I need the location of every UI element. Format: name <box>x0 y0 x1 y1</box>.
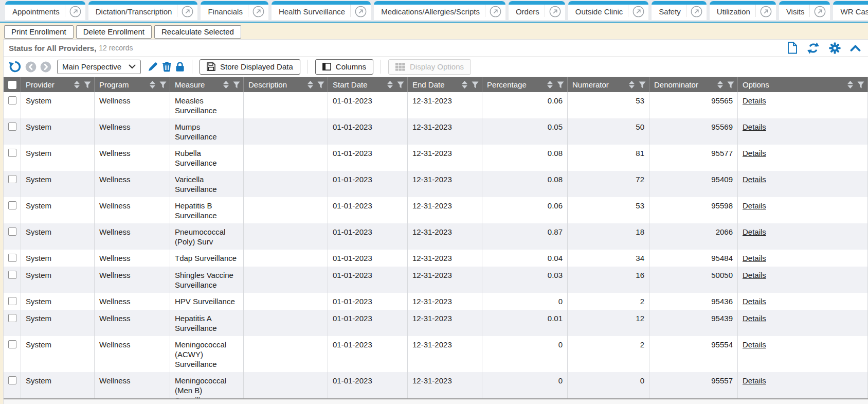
details-link[interactable]: Details <box>743 340 766 349</box>
column-header-program[interactable]: Program <box>95 77 170 92</box>
row-checkbox[interactable] <box>8 314 16 322</box>
row-checkbox[interactable] <box>8 149 16 157</box>
popout-icon[interactable] <box>632 6 644 17</box>
print-enrollment-button[interactable]: Print Enrollment <box>4 25 74 39</box>
cell-options: Details <box>738 171 868 197</box>
popout-icon[interactable] <box>69 6 81 17</box>
tab-visits[interactable]: Visits <box>779 1 830 20</box>
tab-financials[interactable]: Financials <box>201 1 268 20</box>
collapse-icon[interactable] <box>850 44 861 52</box>
gear-icon[interactable] <box>829 42 841 54</box>
columns-button[interactable]: Columns <box>315 59 373 75</box>
column-header-label: Denominator <box>654 80 715 89</box>
details-link[interactable]: Details <box>743 122 766 131</box>
filter-icon[interactable] <box>233 81 240 89</box>
row-checkbox[interactable] <box>8 175 16 183</box>
row-checkbox[interactable] <box>8 96 16 104</box>
trash-icon[interactable] <box>162 61 172 72</box>
tab-health-surveillance[interactable]: Health Surveillance <box>272 1 371 20</box>
sort-icon[interactable] <box>387 81 393 89</box>
filter-icon[interactable] <box>84 81 91 89</box>
details-link[interactable]: Details <box>743 96 766 105</box>
sort-icon[interactable] <box>462 81 467 89</box>
nav-forward-icon[interactable] <box>40 61 51 73</box>
details-link[interactable]: Details <box>743 149 766 157</box>
popout-icon[interactable] <box>252 6 264 17</box>
column-header-provider[interactable]: Provider <box>21 77 95 92</box>
sort-icon[interactable] <box>74 81 80 89</box>
popout-icon[interactable] <box>814 6 826 17</box>
details-link[interactable]: Details <box>743 314 766 323</box>
tab-dictation-transcription[interactable]: Dictation/Transcription <box>88 1 198 20</box>
row-checkbox[interactable] <box>8 376 16 384</box>
popout-icon[interactable] <box>490 6 501 17</box>
details-link[interactable]: Details <box>743 254 766 262</box>
column-header-end-date[interactable]: End Date <box>408 77 482 92</box>
row-checkbox[interactable] <box>8 122 16 131</box>
cell-select <box>4 223 21 250</box>
horizontal-scrollbar[interactable] <box>4 398 868 404</box>
details-link[interactable]: Details <box>743 201 766 210</box>
filter-icon[interactable] <box>727 81 734 89</box>
column-header-options[interactable]: Options <box>738 77 868 92</box>
filter-icon[interactable] <box>472 81 479 89</box>
sort-icon[interactable] <box>547 81 553 89</box>
lock-icon[interactable] <box>175 61 185 72</box>
edit-pencil-icon[interactable] <box>148 61 158 72</box>
tab-appointments[interactable]: Appointments <box>5 1 85 20</box>
column-header-denominator[interactable]: Denominator <box>649 77 738 92</box>
filter-icon[interactable] <box>639 81 646 89</box>
sort-icon[interactable] <box>223 81 229 89</box>
details-link[interactable]: Details <box>743 271 766 279</box>
perspective-select[interactable]: Main Perspective <box>57 60 141 74</box>
filter-icon[interactable] <box>397 81 404 89</box>
row-checkbox[interactable] <box>8 340 16 348</box>
sort-icon[interactable] <box>629 81 635 89</box>
column-header-numerator[interactable]: Numerator <box>568 77 649 92</box>
undo-icon[interactable] <box>9 60 22 73</box>
filter-icon[interactable] <box>857 81 864 89</box>
tab-orders[interactable]: Orders <box>509 1 565 20</box>
details-link[interactable]: Details <box>743 227 766 236</box>
filter-icon[interactable] <box>159 81 167 89</box>
store-displayed-data-label: Store Displayed Data <box>220 62 293 71</box>
details-link[interactable]: Details <box>743 297 766 306</box>
refresh-icon[interactable] <box>807 42 820 54</box>
row-checkbox[interactable] <box>8 227 16 236</box>
details-link[interactable]: Details <box>743 376 766 385</box>
delete-enrollment-button[interactable]: Delete Enrollment <box>76 25 152 39</box>
column-header-description[interactable]: Description <box>244 77 328 92</box>
cell-measure: Measles Surveillance <box>170 92 244 118</box>
sort-icon[interactable] <box>150 81 155 89</box>
row-checkbox[interactable] <box>8 297 16 305</box>
tab-wr-case-mgmt[interactable]: WR Case Mgmt <box>833 1 868 20</box>
cell-percentage: 0.01 <box>482 310 568 336</box>
column-header-measure[interactable]: Measure <box>170 77 244 92</box>
popout-icon[interactable] <box>182 6 193 17</box>
nav-back-icon[interactable] <box>25 61 37 73</box>
tab-outside-clinic[interactable]: Outside Clinic <box>568 1 649 20</box>
page-icon[interactable] <box>787 42 798 54</box>
display-options-button[interactable]: Display Options <box>388 59 471 75</box>
tab-safety[interactable]: Safety <box>652 1 707 20</box>
popout-icon[interactable] <box>691 6 702 17</box>
details-link[interactable]: Details <box>743 175 766 184</box>
popout-icon[interactable] <box>355 6 367 17</box>
column-header-start-date[interactable]: Start Date <box>328 77 408 92</box>
store-displayed-data-button[interactable]: Store Displayed Data <box>200 59 300 75</box>
select-all-checkbox[interactable] <box>8 81 16 89</box>
popout-icon[interactable] <box>760 6 772 17</box>
sort-icon[interactable] <box>717 81 723 89</box>
recalculate-selected-button[interactable]: Recalculate Selected <box>154 25 241 39</box>
tab-utilization[interactable]: Utilization <box>710 1 776 20</box>
row-checkbox[interactable] <box>8 201 16 209</box>
filter-icon[interactable] <box>317 81 324 89</box>
sort-icon[interactable] <box>308 81 313 89</box>
row-checkbox[interactable] <box>8 271 16 279</box>
row-checkbox[interactable] <box>8 254 16 262</box>
column-header-percentage[interactable]: Percentage <box>482 77 568 92</box>
popout-icon[interactable] <box>549 6 561 17</box>
sort-icon[interactable] <box>847 81 853 89</box>
filter-icon[interactable] <box>557 81 564 89</box>
tab-medications-allergies-scripts[interactable]: Medications/Allergies/Scripts <box>374 1 505 20</box>
